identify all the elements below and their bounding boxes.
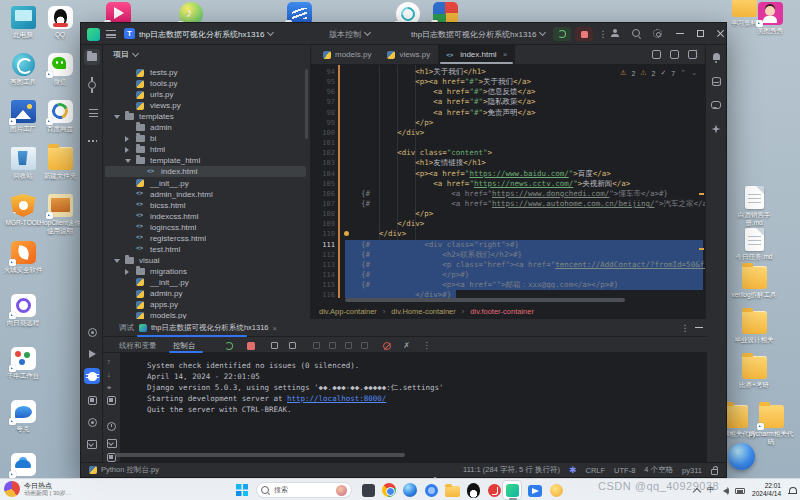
view-breakpoints-icon[interactable] xyxy=(287,340,298,351)
tree-item[interactable]: template_html xyxy=(103,155,310,166)
structure-tool-icon[interactable] xyxy=(84,105,100,121)
evaluate-icon[interactable]: ✗ xyxy=(401,340,412,351)
console-output[interactable]: System check identified no issues (0 sil… xyxy=(121,353,707,464)
desktop-icon[interactable]: QQ xyxy=(37,6,83,39)
tree-item[interactable]: bi xyxy=(103,133,310,144)
desktop-icon[interactable]: HopClient迷你 使用说明 xyxy=(37,194,83,235)
vcs-menu[interactable]: 版本控制 xyxy=(329,23,370,45)
edge-browser-ball[interactable] xyxy=(728,443,755,470)
tree-item[interactable]: <>admin_index.html xyxy=(103,189,310,200)
tree-item[interactable]: apps.py xyxy=(103,299,310,310)
database-tool-icon[interactable] xyxy=(708,73,724,89)
file-explorer-icon[interactable] xyxy=(444,482,460,498)
editor-hscrollbar[interactable] xyxy=(345,298,625,302)
project-tool-icon[interactable] xyxy=(84,49,100,65)
step-icon[interactable] xyxy=(269,340,280,351)
debug-tool-icon[interactable] xyxy=(84,368,100,384)
debug-panel-title[interactable]: 调试 xyxy=(119,323,134,333)
code-area[interactable]: 94 <h1>关于我们</h1>95 <p><a href="#">关于我们</… xyxy=(311,65,707,298)
tab-views.py[interactable]: views.py xyxy=(379,45,438,64)
tree-item[interactable]: visual xyxy=(103,255,310,266)
notifications-bell-icon[interactable] xyxy=(708,49,724,65)
rerun-debug-button[interactable] xyxy=(553,27,571,41)
taskbar-search[interactable]: 搜索 xyxy=(256,482,352,498)
search-icon[interactable] xyxy=(630,28,642,40)
plugins-tool-icon[interactable] xyxy=(708,121,724,137)
desktop-icon[interactable]: 百度网盘 xyxy=(37,100,83,133)
console-hscrollbar[interactable] xyxy=(115,453,405,457)
status-icon[interactable]: ✱ xyxy=(569,465,577,475)
tree-item[interactable]: views.py xyxy=(103,100,310,111)
meeting-app-icon[interactable] xyxy=(527,482,543,498)
down-stack-icon[interactable]: ↓ xyxy=(107,370,117,380)
profiler-tool-icon[interactable] xyxy=(84,414,100,430)
mute-breakpoints-icon[interactable] xyxy=(381,340,392,351)
up-stack-icon[interactable]: ↑ xyxy=(107,357,117,367)
qq-icon[interactable] xyxy=(465,482,481,498)
desktop-icon[interactable]: 比赛+考研 xyxy=(731,356,777,389)
tree-item[interactable]: html xyxy=(103,144,310,155)
interpreter[interactable]: py311 xyxy=(682,466,702,475)
refresh-tool-icon[interactable] xyxy=(84,324,100,340)
rerun-icon[interactable] xyxy=(223,340,234,351)
commit-tool-icon[interactable] xyxy=(84,77,100,93)
battery-icon[interactable] xyxy=(735,488,745,494)
tab-console[interactable]: 控制台 xyxy=(173,341,196,351)
lock-icon[interactable] xyxy=(711,466,718,475)
desktop-icon[interactable]: 夸克 xyxy=(0,400,46,433)
tree-scrollbar[interactable] xyxy=(305,69,308,139)
breadcrumb-item[interactable]: div.Home-container xyxy=(391,307,455,316)
tree-item[interactable]: <>index.html xyxy=(103,166,310,177)
volume-icon[interactable] xyxy=(723,488,728,494)
tabbar-menu-icon[interactable]: ⋮ xyxy=(692,48,701,58)
app-yellow-icon[interactable] xyxy=(548,482,564,498)
project-panel-header[interactable]: 项目 xyxy=(113,49,138,60)
indent-style[interactable]: 4 个空格 xyxy=(644,465,673,475)
softwrap-icon[interactable] xyxy=(107,439,117,449)
close-button[interactable] xyxy=(714,28,726,40)
line-separator[interactable]: CRLF xyxy=(586,466,606,475)
run-tool-icon[interactable] xyxy=(84,346,100,362)
tree-item[interactable]: __init__.py xyxy=(103,178,310,189)
taskbar-clock[interactable]: 22:012024/4/14 xyxy=(752,482,781,498)
desktop-icon[interactable]: 微信 xyxy=(37,53,83,86)
desktop-icon[interactable]: 新建文件夹 xyxy=(37,147,83,180)
tree-item[interactable]: urls.py xyxy=(103,89,310,100)
user-icon[interactable] xyxy=(609,28,621,40)
settings-gear-icon[interactable] xyxy=(651,28,663,40)
taskbar-hotspot-widget[interactable]: 今日热点动画新闻 | 30岁… xyxy=(4,481,72,497)
encoding[interactable]: UTF-8 xyxy=(614,466,635,475)
intention-bulb-icon[interactable] xyxy=(344,231,349,236)
desktop-icon[interactable]: 火绒安全软件 xyxy=(0,241,46,274)
minimize-button[interactable] xyxy=(674,28,686,40)
desktop-icon[interactable]: 千牛工作台 xyxy=(0,347,46,380)
tree-item[interactable]: <>bicss.html xyxy=(103,200,310,211)
toolbar-more-icon[interactable]: ⋮ xyxy=(421,340,432,351)
tree-item[interactable]: __init__.py xyxy=(103,277,310,288)
inspections-widget[interactable]: ⚠2 ⚠2 ✓7 ⌃⌄ xyxy=(620,69,697,77)
app-blue-icon[interactable] xyxy=(423,482,439,498)
desktop-icon[interactable]: 今日任务.md xyxy=(731,228,777,261)
tree-item[interactable]: admin.py xyxy=(103,288,310,299)
services-tool-icon[interactable] xyxy=(84,392,100,408)
stop-icon[interactable] xyxy=(245,340,256,351)
tree-item[interactable]: tools.py xyxy=(103,78,310,89)
tab-index.html[interactable]: <>index.html× xyxy=(438,45,515,64)
terminal-tool-icon[interactable] xyxy=(84,436,100,452)
stop-button[interactable] xyxy=(575,27,593,41)
more-tools-icon[interactable] xyxy=(84,133,100,149)
notification-bell-icon[interactable] xyxy=(788,486,796,495)
taskview-icon[interactable] xyxy=(360,482,376,498)
start-button[interactable] xyxy=(234,482,250,498)
ai-assistant-icon[interactable] xyxy=(708,97,724,113)
edge-icon[interactable] xyxy=(402,482,418,498)
breadcrumb-item[interactable]: div.footer-container xyxy=(470,307,534,316)
project-title[interactable]: thp日志数据可视化分析系统hx1316 xyxy=(139,23,273,45)
debug-more-icon[interactable]: ⋮ xyxy=(679,322,691,334)
desktop-icon[interactable]: 向日葵远程 xyxy=(0,294,46,327)
tree-item[interactable]: models.py xyxy=(103,310,310,319)
chrome-icon[interactable] xyxy=(381,482,397,498)
tree-item[interactable]: <>test.html xyxy=(103,244,310,255)
breadcrumb-item[interactable]: div.App-container xyxy=(319,307,377,316)
caret-position[interactable]: 111:1 (284 字符, 5 行 换行符) xyxy=(463,465,560,475)
